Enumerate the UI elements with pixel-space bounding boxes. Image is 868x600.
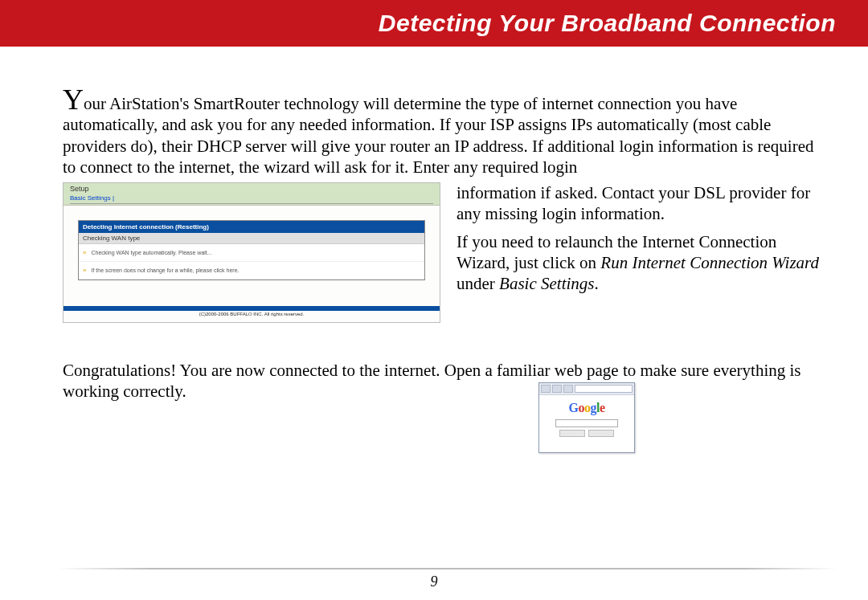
wizard-screenshot: Setup Basic Settings | Detecting Interne… — [63, 182, 440, 323]
google-o1: o — [578, 401, 584, 414]
wizard-subtab-basic-settings: Basic Settings | — [70, 194, 433, 204]
wizard-footer-bar — [63, 306, 440, 311]
paragraph-1: Your AirStation's SmartRouter technology… — [63, 87, 820, 178]
basic-settings-em: Basic Settings — [499, 274, 594, 293]
page-number: 9 — [0, 573, 868, 590]
wizard-panel-header: Detecting Internet connection (Resetting… — [79, 221, 424, 233]
paragraph-3: Congratulations! You are now connected t… — [63, 361, 800, 401]
dropcap: Y — [63, 84, 84, 116]
paragraph-1-text: our AirStation's SmartRouter technology … — [63, 94, 813, 177]
google-e: e — [600, 401, 605, 414]
paragraph-2-post: . — [594, 274, 598, 293]
google-search-button — [559, 430, 585, 437]
wizard-panel-subheader: Checking WAN type — [79, 233, 424, 244]
wizard-footer-copyright: (C)2000-2006 BUFFALO INC. All rights res… — [63, 312, 440, 316]
header-bar: Detecting Your Broadband Connection — [0, 0, 868, 47]
address-bar — [575, 385, 633, 393]
arrow-icon: » — [83, 267, 86, 274]
side-text-column: information if asked. Contact your DSL p… — [457, 182, 820, 323]
paragraph-1-continued: information if asked. Contact your DSL p… — [457, 182, 820, 225]
paragraph-2-mid: under — [457, 274, 499, 293]
stop-button-icon — [563, 385, 573, 393]
page-title: Detecting Your Broadband Connection — [379, 10, 836, 37]
footer-divider — [58, 568, 837, 569]
run-wizard-em: Run Internet Connection Wizard — [600, 253, 819, 272]
wizard-tab-setup: Setup — [70, 183, 433, 193]
google-screenshot: Google — [538, 382, 635, 453]
wizard-row-2: If the screen does not change for a whil… — [91, 267, 239, 273]
forward-button-icon — [552, 385, 562, 393]
google-lucky-button — [588, 430, 614, 437]
browser-toolbar — [539, 383, 634, 395]
arrow-icon: » — [83, 249, 86, 256]
wizard-row-1: Checking WAN type automatically. Please … — [91, 250, 211, 255]
content-area: Your AirStation's SmartRouter technology… — [0, 47, 868, 402]
google-search-box — [555, 419, 618, 427]
google-g2: g — [590, 401, 596, 414]
google-logo: Google — [568, 400, 604, 416]
google-g: G — [568, 401, 578, 414]
paragraph-2: If you need to relaunch the Internet Con… — [457, 231, 820, 295]
back-button-icon — [541, 385, 551, 393]
